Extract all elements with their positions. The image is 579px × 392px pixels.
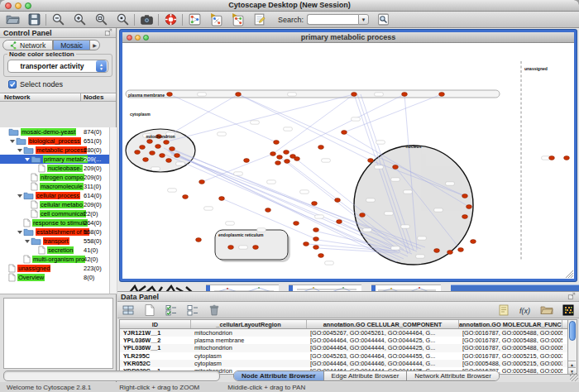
table-cell[interactable]: [GO:0016787, GO:0005215, GO:0003824, G..…	[459, 352, 562, 360]
float-panel-icon[interactable]	[567, 292, 576, 302]
table-row[interactable]: YPL036W__1mitochondrion[GO:0044464, GO:0…	[120, 344, 567, 351]
export-image-icon[interactable]	[139, 12, 154, 27]
open-file-icon[interactable]	[5, 12, 20, 27]
expander-icon[interactable]	[24, 158, 31, 161]
table-row[interactable]: YLR295Ccytoplasm[GO:0045263, GO:0044464,…	[120, 352, 567, 360]
zoom-selected-icon[interactable]	[115, 12, 130, 27]
table-scrollbar[interactable]: ▲ ▼	[568, 319, 577, 375]
resize-grip[interactable]	[570, 373, 578, 381]
tree-item-primary-metabo[interactable]: primary metabo209(...	[0, 155, 109, 164]
frame-titlebar[interactable]: primary metabolic process	[122, 32, 574, 43]
tree-scrollbar[interactable]	[109, 127, 117, 294]
tree-item-metabolic-process[interactable]: metabolic process280(0)	[0, 146, 109, 155]
table-row[interactable]: YJR121W__1mitochondrion[GO:0045267, GO:0…	[120, 329, 567, 337]
network-graph[interactable]: plasma membranecytoplasmmitochondrionnuc…	[122, 43, 574, 279]
tree-item-establishment-of-lo[interactable]: establishment of lo558(0)	[0, 227, 109, 237]
table-cell[interactable]: [GO:0016787, GO:0005488, GO:0005215, G..…	[459, 337, 562, 344]
table-cell[interactable]: [GO:0045267, GO:0045261, GO:0044464, G..…	[307, 329, 459, 337]
expander-icon[interactable]	[17, 194, 23, 198]
tab-scroll-right-icon[interactable]: ▶	[90, 40, 100, 50]
tree-item-response-to-stimulu[interactable]: response to stimulu264(0)	[0, 218, 109, 227]
import-attributes-icon[interactable]	[539, 303, 554, 318]
tab-network[interactable]: Network	[2, 40, 53, 50]
expander-icon[interactable]	[24, 240, 31, 243]
tree-item-cellular-metabo[interactable]: cellular metabo209(0)	[0, 200, 109, 209]
column-header[interactable]: ID	[120, 320, 191, 328]
float-panel-icon[interactable]	[104, 28, 112, 38]
column-layout-icon[interactable]	[121, 303, 136, 318]
table-cell[interactable]: YPL036W__2	[120, 337, 191, 344]
expander-icon[interactable]	[17, 149, 23, 152]
function-builder-icon[interactable]: f(x)	[518, 303, 533, 318]
apply-layout-icon[interactable]	[230, 12, 245, 27]
table-cell[interactable]: YKR052C	[120, 360, 191, 367]
table-cell[interactable]: plasma membrane	[191, 337, 307, 344]
tree-item-nitrogen-compo[interactable]: nitrogen compo209(0)	[0, 173, 109, 182]
tab-node-attribute-browser[interactable]: Node Attribute Browser	[234, 371, 324, 380]
column-header[interactable]: _cellularLayoutRegion	[191, 320, 307, 328]
table-cell[interactable]: [GO:0045263, GO:0044464, GO:0044455, G..…	[307, 352, 459, 360]
create-attribute-icon[interactable]	[142, 303, 157, 318]
network-label: transport	[43, 237, 69, 245]
table-cell[interactable]: [GO:0016787, GO:0005488, GO:0005215, G..…	[459, 329, 562, 337]
search-options-icon[interactable]	[376, 12, 390, 27]
table-row[interactable]: YPL036W__2plasma membrane[GO:0044464, GO…	[120, 337, 567, 344]
zoom-fit-icon[interactable]	[93, 12, 108, 27]
birdseye-view[interactable]	[3, 298, 113, 369]
table-cell[interactable]: cytoplasm	[191, 352, 307, 360]
scroll-up-icon[interactable]: ▲	[568, 361, 576, 367]
table-cell[interactable]: [GO:0044464, GO:0044446, GO:0044444, G..…	[307, 360, 459, 367]
window-titlebar[interactable]: Cytoscape Desktop (New Session)	[0, 0, 579, 12]
search-dropdown-icon[interactable]: ▼	[358, 14, 369, 25]
table-cell[interactable]: YLR295C	[120, 352, 191, 360]
tree-item-nucleobase-[interactable]: nucleobase-209(0)	[0, 164, 109, 173]
help-icon[interactable]	[163, 12, 178, 27]
tree-column-header[interactable]: Network Nodes	[0, 93, 116, 102]
attribute-matrix-icon[interactable]	[561, 303, 576, 318]
table-cell[interactable]: [GO:0044464, GO:0044444, GO:0044425, G..…	[307, 344, 459, 351]
tree-item-secretion[interactable]: secretion41(0)	[0, 246, 109, 255]
column-header[interactable]: annotation.GO CELLULAR_COMPONENT	[307, 320, 459, 328]
tree-item-unassigned[interactable]: unassigned223(0)	[0, 264, 109, 273]
create-network-view-icon[interactable]	[187, 12, 202, 27]
node-color-dropdown[interactable]: transporter activity ▲▼	[7, 60, 108, 73]
table-cell[interactable]: YJR121W__1	[120, 329, 191, 337]
delete-attribute-icon[interactable]	[207, 303, 222, 318]
column-header[interactable]: annotation.GO MOLECULAR_FUNCTION	[459, 320, 562, 328]
expander-icon[interactable]	[9, 140, 16, 143]
unselect-attributes-icon[interactable]	[185, 303, 200, 318]
table-cell[interactable]: [GO:0044464, GO:0044444, GO:0044425, G..…	[307, 337, 459, 344]
table-cell[interactable]: cytoplasm	[191, 360, 307, 367]
table-cell[interactable]: [GO:0016787, GO:0005488, GO:0005215, G..…	[459, 344, 562, 351]
tree-item-mosaic-demo-yeast[interactable]: mosaic-demo-yeast874(0)	[0, 127, 109, 136]
tree-item-biological-process[interactable]: biological_process651(0)	[0, 136, 109, 146]
search-input[interactable]	[307, 14, 358, 25]
tree-item-cell-communicat[interactable]: cell communicat22(0)	[0, 209, 109, 218]
table-row[interactable]: YKR052Ccytoplasm[GO:0044464, GO:0044446,…	[120, 360, 567, 367]
tab-network-attribute-browser[interactable]: Network Attribute Browser	[407, 371, 498, 380]
zoom-in-icon[interactable]	[72, 12, 87, 27]
tree-item-overview[interactable]: Overview8(0)	[0, 273, 109, 282]
network-canvas[interactable]: plasma membranecytoplasmmitochondrionnuc…	[122, 43, 574, 279]
tab-mosaic[interactable]: Mosaic	[53, 40, 90, 50]
table-cell[interactable]: [GO:0005488, GO:0005215, GO:0003674]	[459, 360, 562, 367]
tree-item-cellular-process[interactable]: cellular process614(0)	[0, 191, 109, 200]
table-cell[interactable]: mitochondrion	[191, 329, 307, 337]
expander-icon[interactable]	[17, 231, 23, 234]
tree-item-multi-organism-pro[interactable]: multi-organism pro42(0)	[0, 255, 109, 264]
select-attributes-icon[interactable]	[164, 303, 179, 318]
tree-item-transport[interactable]: transport558(0)	[0, 237, 109, 246]
table-cell[interactable]: YPL036W__1	[120, 344, 191, 351]
scrollbar-thumb[interactable]	[569, 321, 576, 341]
select-nodes-checkbox[interactable]	[8, 80, 17, 88]
attribute-table-header[interactable]: ID_cellularLayoutRegionannotation.GO CEL…	[120, 320, 567, 329]
tree-item-macromolecule[interactable]: macromolecule311(0)	[0, 182, 109, 191]
destroy-network-view-icon[interactable]	[208, 12, 223, 27]
tab-edge-attribute-browser[interactable]: Edge Attribute Browser	[324, 371, 408, 380]
save-session-icon[interactable]	[26, 12, 41, 27]
zoom-out-icon[interactable]	[50, 12, 65, 27]
annotation-pad-icon[interactable]	[496, 303, 511, 318]
table-cell[interactable]: mitochondrion	[191, 344, 307, 351]
annotation-icon[interactable]	[251, 12, 266, 27]
network-view-frame[interactable]: primary metabolic process plasma membran…	[120, 30, 577, 281]
